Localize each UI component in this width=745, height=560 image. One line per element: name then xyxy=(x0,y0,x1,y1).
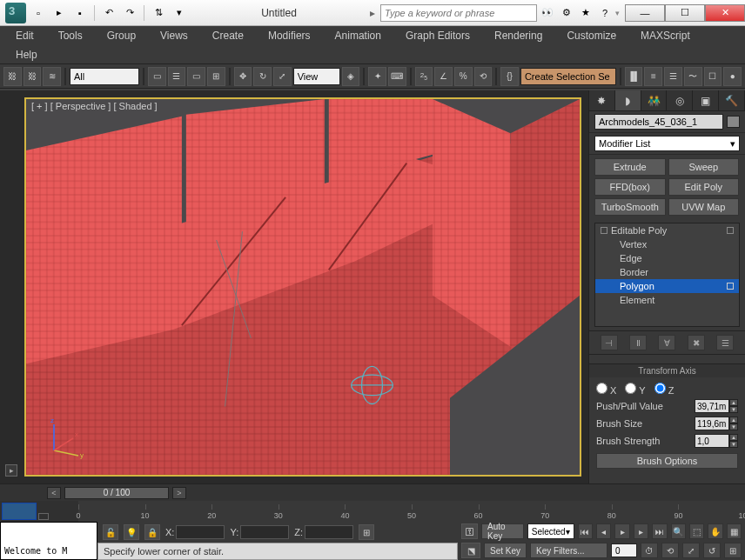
play-icon[interactable]: ▸ xyxy=(614,523,629,539)
app-icon[interactable] xyxy=(5,3,26,23)
spinner-up-icon[interactable]: ▲ xyxy=(729,434,738,441)
bind-spacewarp-icon[interactable]: ≋ xyxy=(43,67,61,86)
stack-polygon[interactable]: Polygon xyxy=(595,279,739,293)
viewport[interactable]: [ + ] [ Perspective ] [ Shaded ] xyxy=(24,97,581,477)
ref-coord-dropdown[interactable] xyxy=(293,68,340,85)
angle-snap-icon[interactable]: ∠ xyxy=(434,67,453,86)
help-icon[interactable]: ? xyxy=(596,4,614,22)
menu-animation[interactable]: Animation xyxy=(323,27,393,44)
rollout-title[interactable]: Transform Axis xyxy=(589,363,745,377)
spinner-snap-icon[interactable]: ⟲ xyxy=(474,67,493,86)
spinner-up-icon[interactable]: ▲ xyxy=(729,417,738,423)
qat-dropdown-icon[interactable]: ▾ xyxy=(171,4,188,22)
make-unique-icon[interactable]: ∀ xyxy=(658,335,675,350)
keyboard-shortcut-icon[interactable]: ⌨ xyxy=(388,67,406,86)
nav-dolly-icon[interactable]: ⤢ xyxy=(682,543,700,558)
select-link-icon[interactable]: ⛓ xyxy=(3,67,22,86)
display-tab-icon[interactable]: ▣ xyxy=(693,90,719,110)
lock-selection-icon[interactable]: 🔓 xyxy=(103,524,118,540)
coord-z-input[interactable] xyxy=(305,525,353,539)
spinner-down-icon[interactable]: ▼ xyxy=(729,423,738,430)
nav-max-icon[interactable]: ⊞ xyxy=(724,543,742,558)
nav-zoom-icon[interactable]: 🔍 xyxy=(671,523,686,539)
menu-help[interactable]: Help xyxy=(3,46,50,63)
manipulate-icon[interactable]: ✦ xyxy=(368,67,386,86)
spinner-down-icon[interactable]: ▼ xyxy=(729,441,738,448)
motion-tab-icon[interactable]: ◎ xyxy=(667,90,693,110)
trackbar-ruler[interactable]: 0102030405060708090100 xyxy=(78,501,745,522)
keymode-dropdown[interactable]: Selected▾ xyxy=(527,523,574,539)
menu-create[interactable]: Create xyxy=(200,27,256,44)
modifier-btn-uvwmap[interactable]: UVW Map xyxy=(668,198,740,216)
axis-x-radio[interactable]: X xyxy=(596,383,616,396)
menu-edit[interactable]: Edit xyxy=(3,27,46,44)
undo-icon[interactable]: ↶ xyxy=(100,4,117,22)
stack-border[interactable]: Border xyxy=(595,265,739,279)
axis-y-radio[interactable]: Y xyxy=(625,383,645,396)
selection-filter-dropdown[interactable] xyxy=(70,68,139,85)
script-listener[interactable]: Welcome to M xyxy=(0,522,97,560)
mirror-icon[interactable]: ▐▌ xyxy=(625,67,643,86)
snap-toggle-icon[interactable]: 25 xyxy=(415,67,433,86)
favorites-icon[interactable]: ★ xyxy=(577,4,594,22)
select-region-icon[interactable]: ▭ xyxy=(187,67,205,86)
isolate-icon[interactable]: 💡 xyxy=(124,524,139,540)
brush-options-button[interactable]: Brush Options xyxy=(596,453,738,469)
trackbar-thumb[interactable] xyxy=(2,503,37,520)
remove-modifier-icon[interactable]: ✖ xyxy=(688,335,705,350)
object-color-swatch[interactable] xyxy=(727,116,740,128)
modify-tab-icon[interactable]: ◗ xyxy=(615,90,641,110)
open-file-icon[interactable]: ▸ xyxy=(50,4,68,22)
show-end-result-icon[interactable]: Ⅱ xyxy=(629,335,647,350)
nav-orbit-icon[interactable]: ⟲ xyxy=(661,543,679,558)
viewport-expand-icon[interactable]: ▸ xyxy=(5,464,17,477)
select-move-icon[interactable]: ✥ xyxy=(234,67,252,86)
percent-snap-icon[interactable]: % xyxy=(454,67,473,86)
autokey-button[interactable]: Auto Key xyxy=(481,523,524,539)
close-button[interactable]: ✕ xyxy=(705,4,745,22)
key-icon[interactable]: ⚿ xyxy=(461,523,478,539)
material-editor-icon[interactable]: ● xyxy=(723,67,742,86)
stack-editable-poly[interactable]: Editable Poly xyxy=(595,223,739,237)
menu-customize[interactable]: Customize xyxy=(554,27,628,44)
coord-y-input[interactable] xyxy=(240,525,289,539)
select-scale-icon[interactable]: ⤢ xyxy=(273,67,292,86)
select-object-icon[interactable]: ▭ xyxy=(148,67,166,86)
curve-editor-icon[interactable]: 〜 xyxy=(684,67,702,86)
select-by-name-icon[interactable]: ☰ xyxy=(168,67,186,86)
axis-z-radio[interactable]: Z xyxy=(654,383,675,396)
unlink-icon[interactable]: ⛓ xyxy=(23,67,42,86)
nav-fov-icon[interactable]: ⬚ xyxy=(689,523,704,539)
modifier-btn-extrude[interactable]: Extrude xyxy=(594,158,666,176)
window-crossing-icon[interactable]: ⊞ xyxy=(207,67,225,86)
timeslider-prev-icon[interactable]: < xyxy=(47,487,61,499)
modifier-stack[interactable]: Editable Poly Vertex Edge Border Polygon… xyxy=(594,223,740,327)
modifier-btn-turbosmooth[interactable]: TurboSmooth xyxy=(594,198,666,216)
push-pull-input[interactable] xyxy=(695,399,729,413)
timeslider-next-icon[interactable]: > xyxy=(172,487,186,499)
named-selection-dropdown[interactable] xyxy=(520,68,616,85)
link-icon[interactable]: ⇅ xyxy=(150,4,167,22)
menu-views[interactable]: Views xyxy=(148,27,200,44)
redo-icon[interactable]: ↷ xyxy=(121,4,138,22)
nav-pan-icon[interactable]: ✋ xyxy=(708,523,722,539)
help-dropdown-icon[interactable]: ▾ xyxy=(615,9,620,17)
viewport-label[interactable]: [ + ] [ Perspective ] [ Shaded ] xyxy=(31,101,158,111)
prev-frame-icon[interactable]: ◂ xyxy=(596,523,611,539)
goto-end-icon[interactable]: ⏭ xyxy=(652,523,667,539)
utilities-tab-icon[interactable]: 🔨 xyxy=(719,90,745,110)
menu-graph-editors[interactable]: Graph Editors xyxy=(393,27,482,44)
nav-walk-icon[interactable]: ▦ xyxy=(727,523,742,539)
comm-center-icon[interactable]: ⚙ xyxy=(558,4,575,22)
maximize-button[interactable]: ☐ xyxy=(665,4,705,22)
setkey-big-icon[interactable]: ⬔ xyxy=(461,543,480,558)
minimize-button[interactable]: — xyxy=(625,4,665,22)
modifier-btn-sweep[interactable]: Sweep xyxy=(668,158,740,176)
stack-edge[interactable]: Edge xyxy=(595,251,739,265)
align-icon[interactable]: ≡ xyxy=(644,67,662,86)
pin-stack-icon[interactable]: ⊣ xyxy=(601,335,618,350)
menu-modifiers[interactable]: Modifiers xyxy=(256,27,323,44)
current-frame-input[interactable] xyxy=(611,543,637,557)
coord-x-input[interactable] xyxy=(176,525,225,539)
stack-element[interactable]: Element xyxy=(595,293,739,307)
